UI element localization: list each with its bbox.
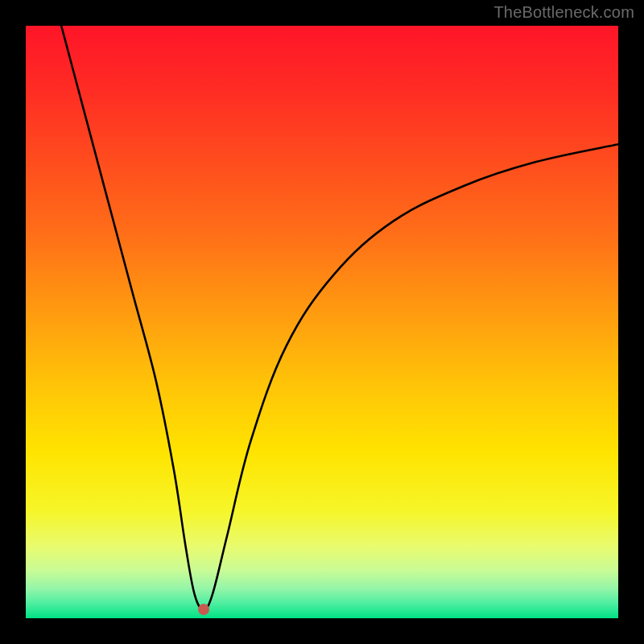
watermark-text: TheBottleneck.com (493, 3, 634, 22)
chart-frame: TheBottleneck.com (0, 0, 644, 644)
optimum-marker (198, 604, 209, 615)
plot-area (26, 26, 618, 618)
bottleneck-curve (26, 26, 618, 618)
